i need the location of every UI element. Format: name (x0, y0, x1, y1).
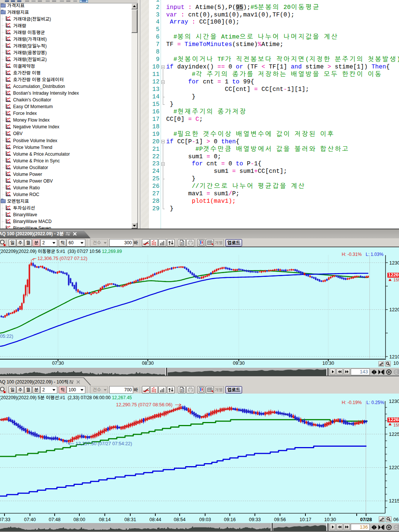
svg-text:12150: 12150 (389, 498, 399, 504)
svg-text:D: D (181, 388, 183, 392)
svg-text:05:22): 05:22) (0, 334, 13, 339)
svg-text:12,306.75 (07/27 07:12): 12,306.75 (07/27 07:12) (37, 256, 87, 261)
svg-text:12200: 12200 (389, 465, 399, 470)
svg-text:12,290.75 (07/27 08:56:06): 12,290.75 (07/27 08:56:06) (116, 402, 173, 407)
svg-text:12200: 12200 (389, 307, 399, 312)
svg-text:12100: 12100 (389, 354, 399, 359)
svg-text:D: D (181, 241, 183, 245)
svg-text:12300: 12300 (389, 260, 399, 266)
svg-text:12,237.50 (07/27 07:54:22): 12,237.50 (07/27 07:54:22) (76, 441, 132, 446)
svg-text:12250: 12250 (389, 431, 399, 437)
